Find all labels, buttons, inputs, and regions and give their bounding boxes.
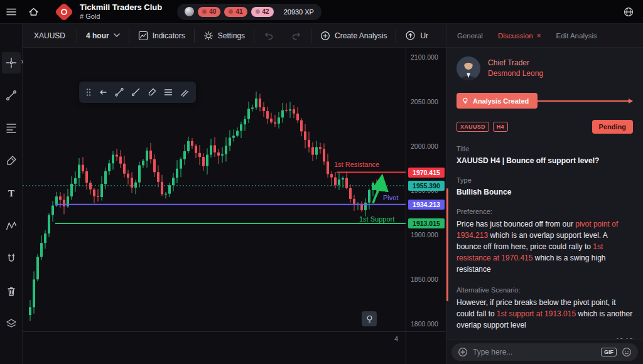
status-badge[interactable]: Pending xyxy=(592,120,633,134)
message-header: Chief Trader Desmond Leong xyxy=(457,56,633,80)
text-icon: T xyxy=(5,187,18,200)
analysis-created-banner: Analysis Created xyxy=(457,93,538,109)
symbol-button[interactable]: XAUUSD xyxy=(23,24,77,47)
gif-button[interactable]: GIF xyxy=(601,348,617,356)
channel-tool[interactable] xyxy=(180,87,190,97)
close-tab-icon[interactable]: × xyxy=(537,31,541,40)
indicators-label: Indicators xyxy=(153,31,185,40)
upload-button[interactable]: Ur xyxy=(396,24,437,47)
avatar[interactable] xyxy=(457,56,480,80)
channel-titles: Tickmill Traders Club # Gold xyxy=(80,3,162,21)
badge-gem-icon xyxy=(256,9,260,14)
idea-bulb-button[interactable] xyxy=(362,311,377,326)
undo-icon xyxy=(263,31,274,41)
author-role: Chief Trader xyxy=(488,58,543,68)
message-timestamp: 13:18 xyxy=(457,337,633,339)
floating-drawing-toolbar[interactable] xyxy=(79,82,196,103)
menu-button[interactable] xyxy=(0,0,23,23)
price-axis-tick: 1850.000 xyxy=(411,276,438,283)
cursor-arrow-tool[interactable] xyxy=(98,87,108,97)
create-analysis-label: Create Analysis xyxy=(335,31,387,40)
lightbulb-icon xyxy=(462,97,469,105)
redo-button[interactable] xyxy=(283,24,311,47)
arrow-left-icon xyxy=(98,87,108,97)
tool-fib-retracement[interactable] xyxy=(2,117,21,139)
brush-tool[interactable] xyxy=(147,87,157,97)
trendline-tool[interactable] xyxy=(114,87,124,97)
price-axis-tick: 2050.000 xyxy=(411,98,438,105)
analysis-type: Bullish Bounce xyxy=(457,188,633,196)
author-block: Chief Trader Desmond Leong xyxy=(488,58,543,80)
create-analysis-button[interactable]: Create Analysis xyxy=(311,24,396,47)
timeframe-dropdown[interactable]: 4 hour xyxy=(77,24,129,47)
settings-button[interactable]: Settings xyxy=(195,24,254,47)
badge-gem-icon xyxy=(202,9,207,14)
tool-pattern-xabcd[interactable] xyxy=(2,215,21,237)
price-axis-tick: 1800.000 xyxy=(411,320,438,328)
tool-magnet[interactable] xyxy=(2,248,21,269)
home-button[interactable] xyxy=(28,6,40,18)
chevron-down-icon xyxy=(114,33,120,38)
emoji-icon[interactable] xyxy=(622,347,632,357)
layers-icon xyxy=(5,318,18,330)
analysis-banner-row: Analysis Created xyxy=(457,93,633,109)
tool-object-tree[interactable] xyxy=(2,313,21,335)
tool-remove-drawings[interactable] xyxy=(2,281,21,302)
tool-text[interactable]: T xyxy=(2,183,21,204)
tab-edit-analysis[interactable]: Edit Analysis xyxy=(556,32,597,40)
xp-badge: 41 xyxy=(224,7,247,17)
price-badge-support: 1913.015 xyxy=(408,218,445,228)
chart-canvas[interactable]: 1st Resistance Pivot 1st Support 2100.00… xyxy=(23,48,446,364)
redo-icon xyxy=(291,31,302,41)
tool-trendline[interactable] xyxy=(2,85,21,106)
crosshair-icon xyxy=(5,56,18,69)
symbol-label: XAUUSD xyxy=(34,31,65,40)
language-button[interactable] xyxy=(623,6,634,18)
time-axis-tick: 4 xyxy=(394,335,398,343)
channel-icon xyxy=(180,87,190,97)
home-icon xyxy=(28,6,40,18)
drawing-tools-sidebar: › T xyxy=(0,24,23,364)
ray-tool[interactable] xyxy=(131,87,141,97)
chart-toolbar: XAUUSD 4 hour Indicators xyxy=(23,24,446,48)
xp-badge: 42 xyxy=(251,7,274,17)
composer-pill: GIF xyxy=(451,343,638,361)
tool-crosshair[interactable]: › xyxy=(2,52,21,73)
fib-tool[interactable] xyxy=(163,87,173,97)
plus-circle-icon xyxy=(320,31,330,41)
symbol-tag: XAUUSD xyxy=(457,122,489,132)
fib-icon xyxy=(5,122,18,134)
attach-plus-icon[interactable] xyxy=(458,347,468,357)
drag-handle-icon[interactable] xyxy=(85,88,92,97)
gear-icon xyxy=(203,31,213,41)
price-axis-tick: 2000.000 xyxy=(411,142,438,150)
xp-widget[interactable]: 40 41 42 20930 XP xyxy=(177,4,322,20)
tool-brush[interactable] xyxy=(2,150,21,171)
tab-discussion[interactable]: Discussion × xyxy=(498,31,541,40)
message-input[interactable] xyxy=(473,348,596,356)
analysis-title: XAUUSD H4 | Bounce off support level? xyxy=(457,156,633,165)
tags-row: XAUUSD H4 Pending xyxy=(457,120,633,134)
channel-name: # Gold xyxy=(80,13,162,21)
panel-tabs: General Discussion × Edit Analysis xyxy=(446,24,643,48)
settings-label: Settings xyxy=(218,31,245,40)
price-badge-pivot: 1934.213 xyxy=(408,200,445,210)
level-sphere-icon xyxy=(185,7,194,16)
undo-button[interactable] xyxy=(254,24,283,47)
price-axis-tick: 2100.000 xyxy=(411,53,438,61)
message-composer: GIF xyxy=(446,339,643,364)
timeframe-tag: H4 xyxy=(493,122,508,132)
indicators-button[interactable]: Indicators xyxy=(129,24,194,47)
ray-icon xyxy=(131,87,141,97)
banner-arrow-tip xyxy=(629,99,633,104)
fib-icon xyxy=(163,87,173,97)
globe-icon xyxy=(623,6,634,18)
avatar-photo xyxy=(457,56,480,80)
magnet-icon xyxy=(5,252,18,265)
banner-line xyxy=(538,100,629,102)
svg-text:T: T xyxy=(8,188,14,198)
tab-general[interactable]: General xyxy=(457,32,483,40)
price-axis-tick: 1900.000 xyxy=(411,231,438,238)
price-badge-resistance: 1970.415 xyxy=(408,168,445,178)
price-axis[interactable]: 2100.0002050.0002000.0001950.0001900.000… xyxy=(406,48,446,364)
